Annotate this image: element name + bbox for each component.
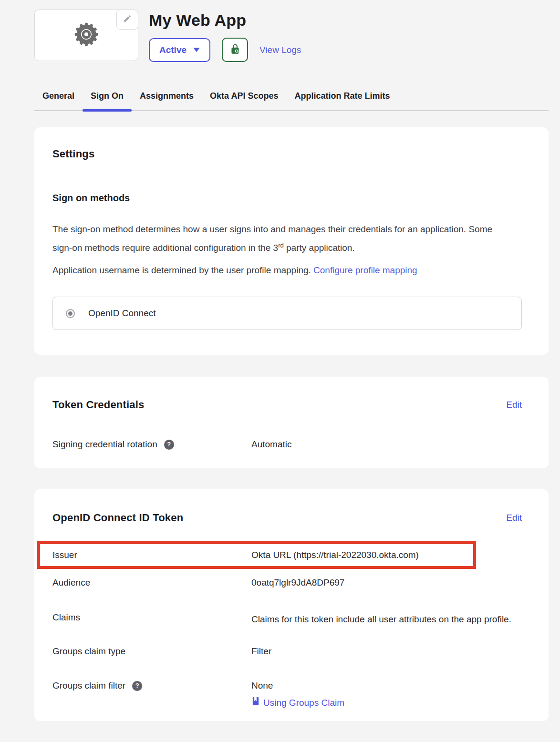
sign-on-methods-heading: Sign on methods <box>52 191 522 205</box>
id-token-card: OpenID Connect ID Token Edit Issuer Okta… <box>34 489 549 721</box>
id-token-title: OpenID Connect ID Token <box>52 511 183 525</box>
pencil-icon <box>123 14 132 25</box>
token-credentials-card: Token Credentials Edit Signing credentia… <box>34 377 549 468</box>
signing-credential-rotation-value: Automatic <box>251 438 291 451</box>
signing-credential-rotation-label: Signing credential rotation <box>52 438 157 451</box>
token-credentials-title: Token Credentials <box>52 398 144 412</box>
audience-row: Audience 0oatq7lglr9JdA8DP697 <box>52 576 522 589</box>
tab-okta-api-scopes[interactable]: Okta API Scopes <box>202 89 286 110</box>
app-header: My Web App Active View Logs <box>34 10 549 62</box>
header-actions: Active View Logs <box>149 38 301 62</box>
sign-on-methods-description: The sign-on method determines how a user… <box>52 221 503 256</box>
question-mark-icon[interactable]: ? <box>132 681 142 691</box>
signing-credential-rotation-row: Signing credential rotation ? Automatic <box>52 438 522 451</box>
tab-sign-on[interactable]: Sign On <box>83 89 132 110</box>
claims-value: Claims for this token include all user a… <box>251 611 511 628</box>
id-token-edit-link[interactable]: Edit <box>506 511 522 525</box>
claims-row: Claims Claims for this token include all… <box>52 611 522 628</box>
app-logo-card <box>34 10 138 61</box>
gear-icon <box>73 21 99 49</box>
status-label: Active <box>159 45 187 55</box>
sign-on-method-option[interactable]: OpenID Connect <box>52 297 522 330</box>
view-logs-link[interactable]: View Logs <box>259 45 301 55</box>
groups-claim-type-value: Filter <box>251 645 271 658</box>
issuer-row: Issuer Okta URL (https://trial-2022030.o… <box>52 548 473 562</box>
groups-claim-type-row: Groups claim type Filter <box>52 645 522 658</box>
method-label: OpenID Connect <box>88 308 156 319</box>
tab-application-rate-limits[interactable]: Application Rate Limits <box>286 89 398 110</box>
configure-profile-mapping-link[interactable]: Configure profile mapping <box>313 265 417 275</box>
tab-bar: General Sign On Assignments Okta API Sco… <box>34 89 549 111</box>
audience-value: 0oatq7lglr9JdA8DP697 <box>251 576 344 589</box>
tab-assignments[interactable]: Assignments <box>132 89 202 110</box>
lock-key-icon <box>229 43 241 57</box>
edit-logo-button[interactable] <box>116 10 138 30</box>
tab-general[interactable]: General <box>34 89 83 110</box>
settings-title: Settings <box>52 147 522 161</box>
audience-label: Audience <box>52 576 90 589</box>
chevron-down-icon <box>193 48 200 52</box>
groups-claim-type-label: Groups claim type <box>52 645 125 658</box>
book-icon <box>251 696 259 710</box>
lock-button[interactable] <box>222 38 248 62</box>
issuer-label: Issuer <box>52 548 77 562</box>
claims-label: Claims <box>52 611 80 624</box>
groups-claim-filter-label: Groups claim filter <box>52 679 125 692</box>
description-text: The sign-on method determines how a user… <box>52 224 492 253</box>
ordinal-suffix: rd <box>278 242 284 249</box>
issuer-row-highlighted: Issuer Okta URL (https://trial-2022030.o… <box>37 541 476 569</box>
username-text: Application username is determined by th… <box>52 265 313 275</box>
groups-claim-filter-row: Groups claim filter ? None Using Groups … <box>52 679 522 710</box>
question-mark-icon[interactable]: ? <box>164 440 174 450</box>
groups-claim-filter-value: None <box>251 679 344 692</box>
app-header-main: My Web App Active View Logs <box>149 10 301 62</box>
status-dropdown[interactable]: Active <box>149 38 210 62</box>
radio-selected-icon[interactable] <box>66 309 75 318</box>
settings-card: Settings Sign on methods The sign-on met… <box>34 127 549 355</box>
page-title: My Web App <box>149 10 301 30</box>
username-mapping-text: Application username is determined by th… <box>52 264 522 277</box>
token-credentials-edit-link[interactable]: Edit <box>506 398 522 412</box>
app-page: My Web App Active View Logs <box>0 0 560 721</box>
issuer-value: Okta URL (https://trial-2022030.okta.com… <box>251 548 419 562</box>
description-tail: party application. <box>284 243 355 253</box>
using-groups-claim-link[interactable]: Using Groups Claim <box>263 696 344 710</box>
